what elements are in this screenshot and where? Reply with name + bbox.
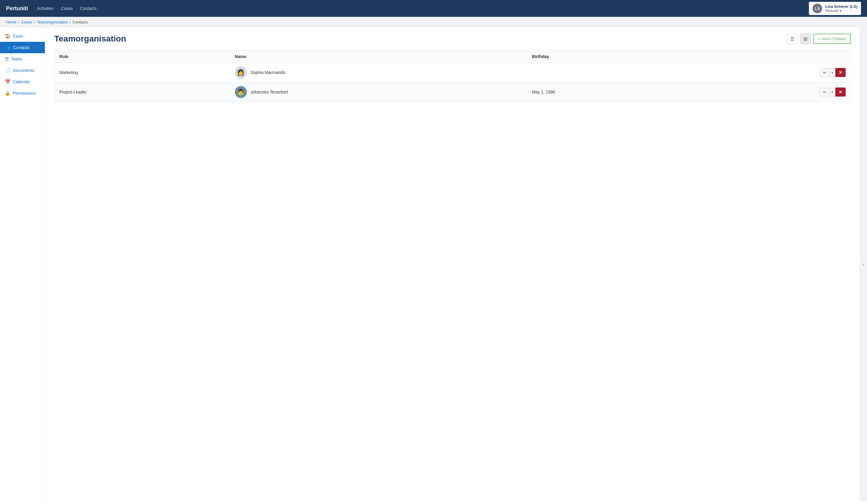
documents-icon: 📄: [5, 68, 11, 73]
page-title: Teamorganisation: [54, 34, 126, 44]
calendar-icon: 📅: [5, 79, 11, 85]
table-header: Role Name Birthday: [54, 51, 851, 63]
edit-button[interactable]: ✏: [820, 88, 830, 97]
breadcrumb-teamorg[interactable]: Teamorganisation: [37, 20, 68, 24]
sidebar-item-documents[interactable]: 📄 Documents: [0, 65, 45, 76]
table-row: Project Leader👨Johannes TenschertMay 1, …: [54, 83, 851, 102]
sidebar: 🏠 Case 👥 Contacts ☰ Tasks 📄 Documents 📅 …: [0, 28, 45, 501]
list-view-icon: ☰: [790, 36, 794, 42]
cell-role: Marketing: [54, 63, 230, 83]
main-content: Teamorganisation ☰ ⊞ + New Contact Role …: [45, 28, 860, 501]
case-icon: 🏠: [5, 33, 11, 39]
user-menu[interactable]: LS Lisa Scherer (LS) Pertuniti ▾: [809, 2, 861, 15]
breadcrumb-current: Contacts: [73, 20, 88, 24]
breadcrumb: Home / Cases / Teamorganisation / Contac…: [0, 17, 867, 28]
col-name: Name: [230, 51, 527, 63]
sidebar-item-permissions[interactable]: 🔒 Permissions: [0, 88, 45, 99]
col-actions: [682, 51, 851, 63]
cell-name: 👨Johannes Tenschert: [230, 83, 527, 102]
cell-actions: ✏▾✕: [682, 83, 851, 102]
cell-name: 👩Sophia Marmaridis: [230, 63, 527, 83]
contact-avatar: 👩: [235, 66, 247, 78]
col-birthday: Birthday: [527, 51, 682, 63]
sidebar-item-calendar[interactable]: 📅 Calendar: [0, 76, 45, 88]
chevron-left-icon: ‹: [863, 262, 864, 267]
content-header: Teamorganisation ☰ ⊞ + New Contact: [54, 33, 851, 44]
main-layout: 🏠 Case 👥 Contacts ☰ Tasks 📄 Documents 📅 …: [0, 28, 867, 501]
edit-dropdown-button[interactable]: ▾: [830, 68, 835, 77]
right-collapse-handle[interactable]: ‹: [860, 28, 867, 501]
delete-button[interactable]: ✕: [835, 68, 846, 77]
grid-view-icon: ⊞: [803, 36, 807, 42]
col-role: Role: [54, 51, 230, 63]
sidebar-item-tasks[interactable]: ☰ Tasks: [0, 53, 45, 65]
new-contact-button[interactable]: + New Contact: [813, 34, 851, 44]
cell-birthday: May 1, 1990: [527, 83, 682, 102]
cell-birthday: [527, 63, 682, 83]
table-row: Marketing👩Sophia Marmaridis✏▾✕: [54, 63, 851, 83]
contact-name: Sophia Marmaridis: [250, 70, 286, 75]
contacts-table: Role Name Birthday Marketing👩Sophia Marm…: [54, 50, 851, 102]
brand-logo: Pertuniti: [6, 6, 28, 12]
permissions-icon: 🔒: [5, 90, 11, 96]
edit-button[interactable]: ✏: [820, 68, 830, 77]
user-info: Lisa Scherer (LS) Pertuniti ▾: [825, 4, 857, 13]
tasks-icon: ☰: [5, 56, 9, 62]
breadcrumb-cases[interactable]: Cases: [21, 20, 32, 24]
cell-role: Project Leader: [54, 83, 230, 102]
nav-contacts[interactable]: Contacts: [80, 6, 97, 11]
nav-activities[interactable]: Activities: [37, 6, 54, 11]
nav-cases[interactable]: Cases: [61, 6, 73, 11]
sidebar-item-case[interactable]: 🏠 Case: [0, 30, 45, 42]
user-name: Lisa Scherer (LS): [825, 4, 857, 9]
header-actions: ☰ ⊞ + New Contact: [787, 33, 851, 44]
contact-avatar: 👨: [235, 86, 247, 98]
breadcrumb-home[interactable]: Home: [6, 20, 17, 24]
table-body: Marketing👩Sophia Marmaridis✏▾✕Project Le…: [54, 63, 851, 102]
contact-name: Johannes Tenschert: [250, 90, 288, 95]
avatar: LS: [813, 3, 822, 13]
nav-links: Activities Cases Contacts: [37, 6, 809, 11]
edit-dropdown-button[interactable]: ▾: [830, 88, 835, 96]
top-nav: Pertuniti Activities Cases Contacts LS L…: [0, 0, 867, 17]
cell-actions: ✏▾✕: [682, 63, 851, 83]
delete-button[interactable]: ✕: [835, 88, 846, 97]
sidebar-item-contacts[interactable]: 👥 Contacts: [0, 42, 45, 53]
view-list-button[interactable]: ☰: [787, 33, 798, 44]
contacts-icon: 👥: [5, 45, 11, 50]
user-org: Pertuniti ▾: [825, 9, 857, 13]
view-grid-button[interactable]: ⊞: [800, 33, 811, 44]
